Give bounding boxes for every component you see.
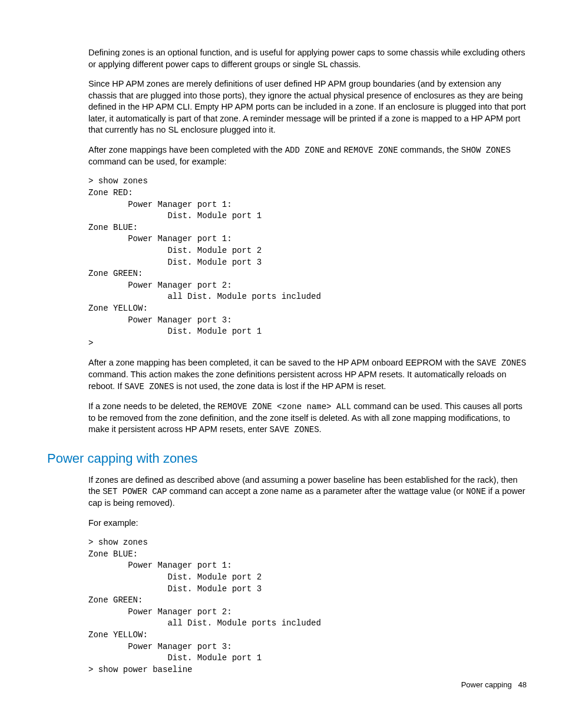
page-footer: Power capping 48 [461, 680, 527, 690]
text: is not used, the zone data is lost if th… [174, 381, 386, 391]
cmd-save-zones: SAVE ZONES [477, 358, 526, 368]
footer-section-label: Power capping [461, 680, 512, 689]
text: and [325, 145, 343, 154]
text: After a zone mapping has been completed,… [88, 358, 477, 367]
paragraph-apm-zones: Since HP APM zones are merely definition… [88, 78, 527, 136]
body-indent: Defining zones is an optional function, … [88, 47, 527, 436]
footer-page-number: 48 [518, 680, 527, 689]
paragraph-for-example: For example: [88, 518, 527, 529]
paragraph-delete-zone: If a zone needs to be deleted, the REMOV… [88, 401, 527, 436]
body-indent-2: If zones are defined as described above … [88, 475, 527, 676]
page-container: Defining zones is an optional function, … [0, 0, 562, 707]
cmd-remove-zone: REMOVE ZONE [343, 146, 398, 155]
text: . [319, 424, 322, 434]
paragraph-zone-commands: After zone mappings have been completed … [88, 144, 527, 167]
cmd-add-zone: ADD ZONE [285, 146, 325, 155]
paragraph-save-zones: After a zone mapping has been completed,… [88, 357, 527, 392]
paragraph-set-power-cap: If zones are defined as described above … [88, 475, 527, 509]
text: After zone mappings have been completed … [88, 145, 285, 154]
cmd-remove-zone-all: REMOVE ZONE <zone name> ALL [217, 402, 351, 411]
text: If a zone needs to be deleted, the [88, 401, 217, 411]
cmd-set-power-cap: SET POWER CAP [103, 487, 167, 496]
code-block-show-zones-2: > show zones Zone BLUE: Power Manager po… [88, 537, 527, 676]
cmd-show-zones: SHOW ZONES [461, 146, 511, 155]
text: command can be used, for example: [88, 157, 227, 166]
text: commands, the [398, 145, 461, 154]
cmd-save-zones-2: SAVE ZONES [124, 382, 174, 391]
text: command can accept a zone name as a para… [167, 486, 466, 496]
paragraph-intro-zones: Defining zones is an optional function, … [88, 47, 527, 70]
heading-power-capping-zones: Power capping with zones [47, 450, 527, 467]
cmd-none: NONE [466, 487, 486, 496]
code-block-show-zones-1: > show zones Zone RED: Power Manager por… [88, 176, 527, 349]
cmd-save-zones-3: SAVE ZONES [270, 425, 319, 434]
